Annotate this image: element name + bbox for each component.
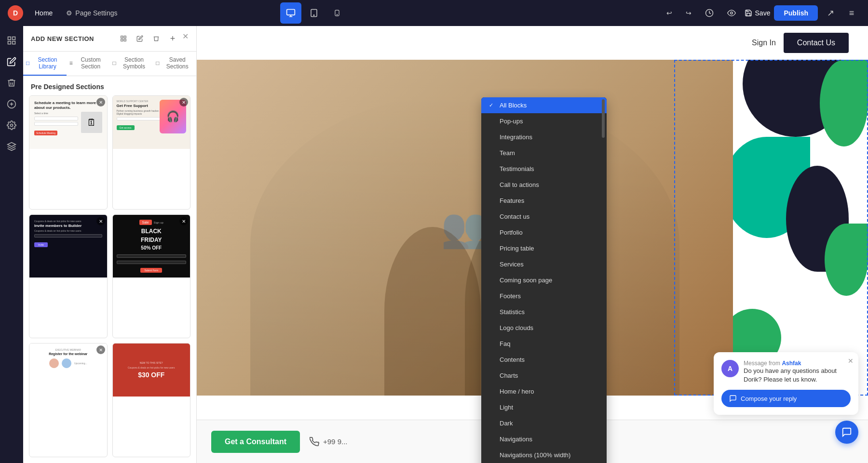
sidebar-settings-icon[interactable] — [3, 117, 20, 134]
dropdown-item-navigations[interactable]: Navigations — [481, 431, 607, 447]
panel-delete-icon[interactable] — [149, 32, 163, 45]
chat-header: A Message from Ashfak Do you have any qu… — [721, 360, 851, 384]
tab-section-library[interactable]: □ Section Library — [23, 52, 67, 76]
panel-edit-icon[interactable] — [133, 32, 147, 45]
undo-btn[interactable]: ↩ — [662, 6, 677, 20]
topbar-right: ↩ ↪ Save Publish ↗ ≡ — [662, 4, 860, 22]
section-symbols-icon: □ — [113, 60, 116, 66]
main-area: ADD NEW SECTION + ✕ □ Section Library — [23, 26, 868, 463]
thumb-blackfriday-close[interactable]: ✕ — [179, 217, 188, 225]
dropdown-item-team[interactable]: Team — [481, 145, 607, 161]
svg-point-14 — [11, 124, 13, 127]
dropdown-item-faq[interactable]: Faq — [481, 336, 607, 352]
svg-rect-18 — [121, 39, 123, 41]
dropdown-item-statistics[interactable]: Statistics — [481, 304, 607, 320]
dropdown-item-testimonials[interactable]: Testimonials — [481, 161, 607, 177]
thumb-webinar-title: Register for the webinar — [34, 352, 102, 356]
dropdown-item-logoclouds[interactable]: Logo clouds — [481, 320, 607, 336]
dropdown-item-navfull[interactable]: Navigations (100% width) — [481, 447, 607, 463]
predesigned-heading: Pre Designed Sections — [23, 76, 196, 95]
thumb-blackfriday[interactable]: ✕ Sale Sign up BLACK FRIDAY 50% OFF Subm… — [112, 214, 191, 338]
external-link-btn[interactable]: ↗ — [822, 4, 839, 22]
thumb-invite[interactable]: ✕ Coupons & deals on hot picks for new u… — [29, 214, 108, 338]
thumb-invite-close[interactable]: ✕ — [96, 217, 105, 225]
history-btn[interactable] — [700, 6, 719, 20]
dropdown-item-integrations[interactable]: Integrations — [481, 129, 607, 145]
thumb-invite-title: Invite members to Builder — [34, 224, 102, 228]
svg-rect-17 — [124, 36, 126, 38]
desktop-btn[interactable] — [280, 2, 301, 24]
redo-btn[interactable]: ↪ — [681, 6, 696, 20]
dropdown-item-contents[interactable]: Contents — [481, 352, 607, 368]
panel-plus-icon[interactable]: + — [166, 32, 179, 45]
svg-rect-8 — [13, 37, 15, 40]
thumb-support-close[interactable]: ✕ — [179, 98, 188, 106]
svg-rect-16 — [121, 36, 123, 38]
dropdown-scrollbar[interactable] — [602, 99, 605, 138]
svg-point-4 — [337, 14, 337, 15]
nav-contact[interactable]: Contact Us — [784, 33, 849, 53]
thumb-schedule-title: Schedule a meeting to learn more about o… — [34, 101, 102, 110]
svg-rect-7 — [8, 37, 11, 40]
dropdown-item-portfolio[interactable]: Portfolio — [481, 225, 607, 240]
thumbnails-grid: ✕ Schedule a meeting to learn more about… — [23, 95, 196, 463]
thumb-webinar[interactable]: ✕ EXECUTIVE WEBINAR Register for the web… — [29, 343, 108, 457]
panel-close-btn[interactable]: ✕ — [182, 32, 189, 45]
chat-close-btn[interactable]: ✕ — [848, 357, 854, 365]
dropdown-item-contactus[interactable]: Contact us — [481, 209, 607, 225]
page-nav: Sign In Contact Us — [197, 26, 868, 60]
dropdown-item-charts[interactable]: Charts — [481, 368, 607, 384]
thumb-schedule-image: 🗓 — [81, 112, 102, 133]
svg-rect-0 — [287, 10, 295, 15]
cta-phone[interactable]: +99 9... — [310, 437, 347, 447]
nav-page-settings[interactable]: ⚙ Page Settings — [60, 6, 123, 20]
svg-rect-19 — [124, 39, 126, 41]
saved-sections-icon: □ — [156, 60, 159, 66]
save-btn[interactable]: Save — [745, 9, 771, 17]
cta-consultant-btn[interactable]: Get a Consultant — [211, 431, 300, 453]
preview-btn[interactable] — [722, 6, 741, 20]
sidebar-add-icon[interactable] — [3, 95, 20, 113]
svg-point-2 — [313, 15, 314, 16]
sidebar-layers-icon[interactable] — [3, 138, 20, 155]
tab-section-symbols[interactable]: □ Section Symbols — [110, 52, 153, 76]
thumb-discount[interactable]: NEW TO THIS SITE? Coupons & deals on hot… — [112, 343, 191, 457]
dropdown-item-comingsoon[interactable]: Coming soon page — [481, 272, 607, 288]
sidebar-pages-icon[interactable] — [3, 32, 20, 49]
chat-compose-btn[interactable]: Compose your reply — [721, 390, 851, 407]
blocks-dropdown: ✓ All Blocks Pop-ups Integrations Team — [481, 97, 607, 463]
left-sidebar — [0, 26, 23, 463]
panel-add-icon[interactable] — [117, 32, 130, 45]
thumb-webinar-close[interactable]: ✕ — [96, 345, 105, 354]
section-library-icon: □ — [26, 60, 29, 66]
tab-saved-sections[interactable]: □ Saved Sections — [153, 52, 196, 76]
chat-fab[interactable] — [835, 421, 858, 444]
dropdown-item-footers[interactable]: Footers — [481, 288, 607, 304]
sidebar-edit-icon[interactable] — [3, 53, 20, 70]
publish-btn[interactable]: Publish — [774, 5, 818, 21]
dropdown-item-services[interactable]: Services — [481, 256, 607, 272]
svg-point-6 — [730, 12, 732, 14]
thumb-schedule-close[interactable]: ✕ — [96, 98, 105, 106]
panel-tabs: □ Section Library ≡ Custom Section □ Sec… — [23, 52, 196, 76]
dropdown-item-allblocks[interactable]: ✓ All Blocks — [481, 97, 607, 113]
nav-home[interactable]: Home — [29, 6, 58, 20]
dropdown-item-popups[interactable]: Pop-ups — [481, 113, 607, 129]
dropdown-item-calltoactions[interactable]: Call to actions — [481, 177, 607, 193]
thumb-support[interactable]: ✕ 🎧 WORLD SUPPORT CENTER Get Free Suppor… — [112, 95, 191, 210]
tablet-btn[interactable] — [303, 2, 325, 24]
chat-message: Do you have any questions about Dorik? P… — [744, 367, 851, 384]
dropdown-item-dark[interactable]: Dark — [481, 415, 607, 431]
hero-photo: 👥 — [197, 60, 733, 396]
dropdown-item-homehero[interactable]: Home / hero — [481, 384, 607, 399]
dropdown-item-light[interactable]: Light — [481, 399, 607, 415]
dropdown-item-pricingtable[interactable]: Pricing table — [481, 240, 607, 256]
mobile-btn[interactable] — [326, 2, 348, 24]
menu-btn[interactable]: ≡ — [843, 4, 860, 22]
nav-signin[interactable]: Sign In — [752, 39, 776, 47]
thumb-schedule[interactable]: ✕ Schedule a meeting to learn more about… — [29, 95, 108, 210]
sidebar-delete-icon[interactable] — [3, 74, 20, 92]
svg-marker-15 — [8, 143, 16, 146]
dropdown-item-features[interactable]: Features — [481, 193, 607, 209]
tab-custom-section[interactable]: ≡ Custom Section — [67, 52, 110, 76]
